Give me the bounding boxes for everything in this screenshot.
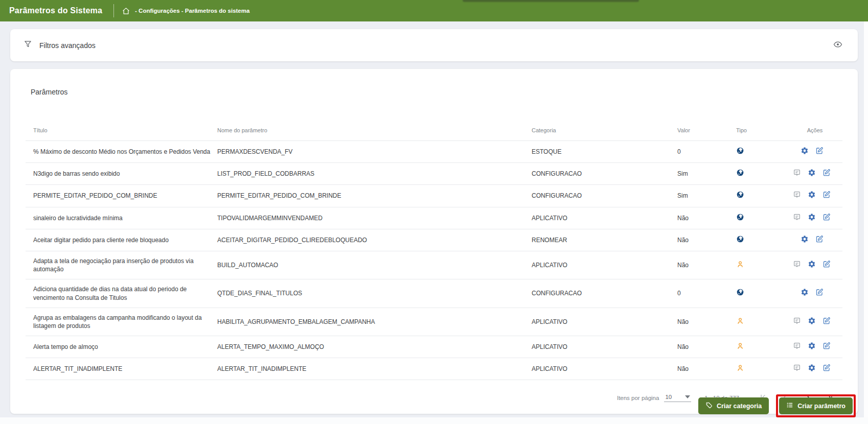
- list-icon: [786, 402, 793, 410]
- gear-action-button[interactable]: [801, 147, 809, 156]
- comment-icon: [793, 342, 801, 351]
- create-category-button[interactable]: Criar categoria: [698, 397, 769, 414]
- edit-action-button[interactable]: [815, 235, 824, 245]
- cell-titulo: Aceitar digitar pedido para cliente rede…: [26, 229, 217, 251]
- advanced-filters-header: Filtros avançados: [24, 40, 831, 51]
- globe-icon: [736, 216, 744, 223]
- cell-nome: PERMITE_EDITAR_PEDIDO_COM_BRINDE: [217, 185, 532, 207]
- parameters-card: Parâmetros Título Nome do parâmetro Cate…: [10, 69, 858, 414]
- edit-action-button[interactable]: [823, 169, 831, 178]
- gear-action-button[interactable]: [808, 260, 816, 270]
- gear-icon: [808, 317, 816, 326]
- page-content: Filtros avançados Parâmetros Título Nom: [0, 21, 868, 414]
- edit-action-button[interactable]: [823, 213, 831, 223]
- cell-nome: ALERTAR_TIT_INADIMPLENTE: [217, 358, 532, 380]
- comment-action-button[interactable]: [793, 364, 801, 373]
- edit-action-button[interactable]: [823, 364, 831, 373]
- cell-tipo: [736, 308, 787, 336]
- cell-titulo: ALERTAR_TIT_INADIMPLENTE: [26, 358, 217, 380]
- gear-icon: [801, 147, 809, 156]
- home-icon[interactable]: [122, 7, 130, 15]
- comment-icon: [793, 191, 801, 200]
- gear-action-button[interactable]: [808, 169, 816, 178]
- cell-nome: ACEITAR_DIGITAR_PEDIDO_CLIREDEBLOQUEADO: [217, 229, 532, 251]
- create-parameter-button[interactable]: Criar parâmetro: [779, 397, 853, 414]
- table-row: N3digo de barras sendo exibidoLIST_PROD_…: [26, 163, 842, 185]
- cell-tipo: [736, 185, 787, 207]
- cell-titulo: PERMITE_EDITAR_PEDIDO_COM_BRINDE: [26, 185, 217, 207]
- cell-categoria: APLICATIVO: [532, 308, 677, 336]
- table-row: % Máximo de desconto Médio nos Orçamento…: [26, 141, 842, 163]
- toggle-filters-visibility-button[interactable]: [831, 38, 844, 53]
- cell-tipo: [736, 251, 787, 279]
- edit-action-button[interactable]: [823, 260, 831, 270]
- cell-valor: Não: [677, 207, 736, 229]
- comment-icon: [793, 169, 801, 178]
- comment-action-button[interactable]: [793, 169, 801, 178]
- gear-action-button[interactable]: [808, 191, 816, 200]
- gear-icon: [808, 169, 816, 178]
- gear-action-button[interactable]: [808, 213, 816, 223]
- edit-action-button[interactable]: [823, 342, 831, 351]
- cell-nome: HABILITA_AGRUPAMENTO_EMBALAGEM_CAMPANHA: [217, 308, 532, 336]
- globe-icon: [736, 171, 744, 178]
- gear-action-button[interactable]: [808, 317, 816, 326]
- table-row: Adapta a tela de negociação para inserçã…: [26, 251, 842, 279]
- cell-nome: BUILD_AUTOMACAO: [217, 251, 532, 279]
- column-header-acoes: Ações: [787, 123, 842, 141]
- advanced-filters-card[interactable]: Filtros avançados: [10, 29, 858, 61]
- cell-valor: Não: [677, 336, 736, 358]
- comment-action-button[interactable]: [793, 317, 801, 326]
- parameters-table-body: % Máximo de desconto Médio nos Orçamento…: [26, 141, 842, 380]
- cell-tipo: [736, 279, 787, 308]
- gear-action-button[interactable]: [801, 288, 809, 298]
- column-header-nome: Nome do parâmetro: [217, 123, 532, 141]
- gear-action-button[interactable]: [801, 235, 809, 245]
- comment-action-button[interactable]: [793, 191, 801, 200]
- parameters-card-header: Parâmetros: [10, 79, 858, 97]
- items-per-page-value: 10: [665, 394, 672, 400]
- person-icon: [736, 366, 744, 373]
- person-icon: [736, 263, 744, 270]
- filter-icon: [24, 40, 32, 51]
- page-bottom-edge: [0, 417, 868, 424]
- gear-action-button[interactable]: [808, 364, 816, 373]
- edit-action-button[interactable]: [823, 191, 831, 200]
- cell-categoria: APLICATIVO: [532, 336, 677, 358]
- cell-acoes: [787, 207, 842, 229]
- edit-action-button[interactable]: [823, 317, 831, 326]
- gear-action-button[interactable]: [808, 342, 816, 351]
- app-header: Parâmetros do Sistema - Configurações - …: [0, 0, 868, 21]
- globe-icon: [736, 238, 744, 245]
- column-header-titulo: Título: [26, 123, 217, 141]
- edit-action-button[interactable]: [815, 147, 824, 156]
- cell-acoes: [787, 358, 842, 380]
- edit-icon: [815, 147, 824, 156]
- cell-titulo: Adapta a tela de negociação para inserçã…: [26, 251, 217, 279]
- cell-nome: LIST_PROD_FIELD_CODBARRAS: [217, 163, 532, 185]
- comment-action-button[interactable]: [793, 342, 801, 351]
- edit-action-button[interactable]: [815, 288, 824, 298]
- parameters-table: Título Nome do parâmetro Categoria Valor…: [26, 123, 842, 380]
- cell-tipo: [736, 229, 787, 251]
- column-header-valor: Valor: [677, 123, 736, 141]
- items-per-page-select[interactable]: 10: [664, 394, 691, 402]
- cell-valor: Não: [677, 251, 736, 279]
- column-header-categoria: Categoria: [532, 123, 677, 141]
- gear-icon: [808, 364, 816, 373]
- header-divider: [113, 4, 114, 17]
- gear-icon: [801, 235, 809, 245]
- cell-acoes: [787, 336, 842, 358]
- cell-valor: Sim: [677, 163, 736, 185]
- comment-action-button[interactable]: [793, 213, 801, 223]
- cell-tipo: [736, 163, 787, 185]
- cell-nome: PERMAXDESCVENDA_FV: [217, 141, 532, 163]
- comment-action-button[interactable]: [793, 260, 801, 270]
- table-row: PERMITE_EDITAR_PEDIDO_COM_BRINDEPERMITE_…: [26, 185, 842, 207]
- items-per-page: Itens por página 10: [617, 394, 691, 402]
- edit-icon: [815, 235, 824, 245]
- create-category-label: Criar categoria: [717, 403, 762, 410]
- cell-categoria: CONFIGURACAO: [532, 279, 677, 308]
- cell-valor: Não: [677, 229, 736, 251]
- globe-icon: [736, 291, 744, 298]
